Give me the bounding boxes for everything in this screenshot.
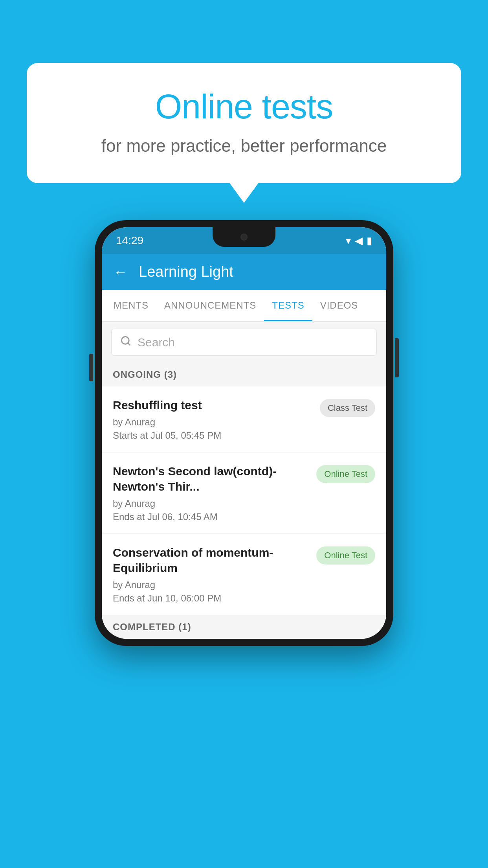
test-title-2: Newton's Second law(contd)-Newton's Thir… <box>113 463 308 494</box>
test-author-1: by Anurag <box>113 417 312 428</box>
status-bar: 14:29 ▾ ◀ ▮ <box>102 227 386 254</box>
search-input-wrapper[interactable]: Search <box>111 329 377 356</box>
test-date-2: Ends at Jul 06, 10:45 AM <box>113 511 308 522</box>
signal-icon: ◀ <box>355 235 363 247</box>
speech-bubble-container: Online tests for more practice, better p… <box>27 63 461 183</box>
test-item-3[interactable]: Conservation of momentum-Equilibrium by … <box>102 534 386 615</box>
test-item-2[interactable]: Newton's Second law(contd)-Newton's Thir… <box>102 452 386 534</box>
test-date-3: Ends at Jun 10, 06:00 PM <box>113 593 308 604</box>
status-icons: ▾ ◀ ▮ <box>346 235 372 247</box>
phone-outer: 14:29 ▾ ◀ ▮ ← Learning Light MENTS ANNOU… <box>95 220 393 646</box>
speech-bubble: Online tests for more practice, better p… <box>27 63 461 183</box>
search-placeholder: Search <box>138 336 175 349</box>
test-info-1: Reshuffling test by Anurag Starts at Jul… <box>113 397 320 441</box>
test-item-1[interactable]: Reshuffling test by Anurag Starts at Jul… <box>102 386 386 452</box>
tabs-bar: MENTS ANNOUNCEMENTS TESTS VIDEOS <box>102 290 386 322</box>
test-info-2: Newton's Second law(contd)-Newton's Thir… <box>113 463 316 522</box>
test-badge-2: Online Test <box>316 465 375 483</box>
test-title-1: Reshuffling test <box>113 397 312 413</box>
test-badge-1: Class Test <box>320 399 375 417</box>
test-author-2: by Anurag <box>113 498 308 509</box>
wifi-icon: ▾ <box>346 235 351 247</box>
tab-videos[interactable]: VIDEOS <box>312 290 366 321</box>
test-title-3: Conservation of momentum-Equilibrium <box>113 545 308 576</box>
search-icon <box>120 335 131 349</box>
tab-tests[interactable]: TESTS <box>264 290 312 321</box>
test-author-3: by Anurag <box>113 579 308 590</box>
camera-dot <box>240 234 248 241</box>
section-completed-label: COMPLETED (1) <box>102 615 386 639</box>
tab-ments[interactable]: MENTS <box>106 290 156 321</box>
phone-screen: 14:29 ▾ ◀ ▮ ← Learning Light MENTS ANNOU… <box>102 227 386 639</box>
tab-announcements[interactable]: ANNOUNCEMENTS <box>156 290 264 321</box>
section-ongoing-label: ONGOING (3) <box>102 363 386 386</box>
search-container: Search <box>102 322 386 363</box>
notch <box>213 227 275 247</box>
back-button[interactable]: ← <box>114 265 128 279</box>
test-info-3: Conservation of momentum-Equilibrium by … <box>113 545 316 604</box>
bubble-subtitle: for more practice, better performance <box>58 136 430 156</box>
svg-line-1 <box>128 343 130 345</box>
status-time: 14:29 <box>116 234 143 247</box>
phone-mockup: 14:29 ▾ ◀ ▮ ← Learning Light MENTS ANNOU… <box>95 220 393 646</box>
battery-icon: ▮ <box>367 235 372 247</box>
app-header: ← Learning Light <box>102 254 386 290</box>
app-title: Learning Light <box>139 263 233 280</box>
bubble-title: Online tests <box>58 86 430 127</box>
test-date-1: Starts at Jul 05, 05:45 PM <box>113 430 312 441</box>
test-badge-3: Online Test <box>316 546 375 565</box>
